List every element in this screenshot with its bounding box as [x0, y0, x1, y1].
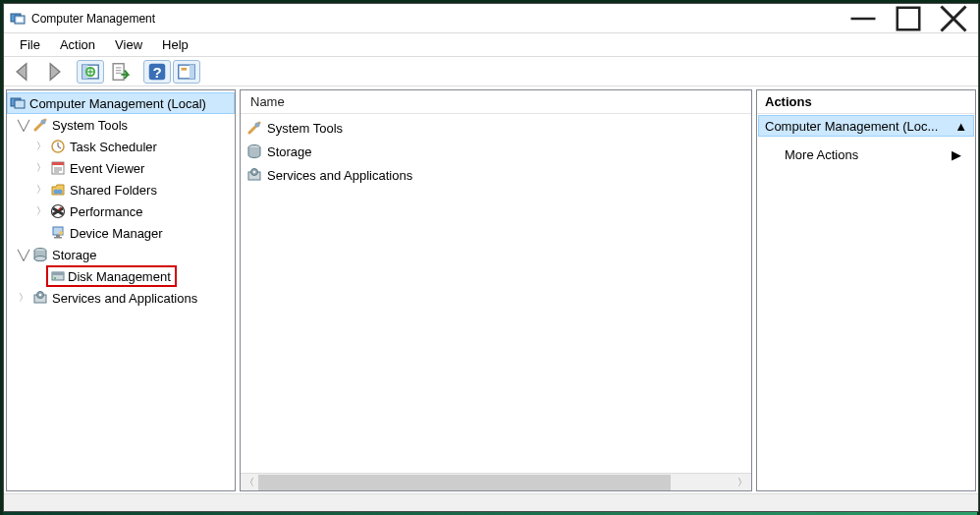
scroll-right-icon[interactable]: 〉 — [734, 474, 751, 491]
svg-rect-15 — [182, 67, 188, 70]
minimize-button[interactable] — [841, 4, 886, 33]
svg-text:?: ? — [152, 63, 161, 80]
column-header-name[interactable]: Name — [241, 90, 751, 114]
services-icon — [32, 290, 48, 306]
disk-management-icon — [50, 268, 66, 284]
scroll-left-icon[interactable]: 〈 — [241, 474, 258, 491]
forward-button[interactable] — [39, 60, 67, 84]
list-item[interactable]: Services and Applications — [241, 163, 751, 187]
tree-task-scheduler[interactable]: 〉 Task Scheduler — [7, 136, 235, 157]
content-area: Computer Management (Local) ╲╱ System To… — [4, 86, 978, 493]
shared-folders-icon — [50, 182, 66, 198]
svg-point-41 — [253, 171, 256, 174]
svg-rect-2 — [17, 18, 23, 22]
expand-icon[interactable]: 〉 — [34, 204, 48, 218]
expand-icon[interactable]: 〉 — [34, 183, 48, 197]
more-actions-label: More Actions — [785, 147, 858, 162]
storage-icon — [246, 143, 262, 159]
tree-event-viewer[interactable]: 〉 Event Viewer — [7, 157, 235, 179]
tree-system-tools[interactable]: ╲╱ System Tools — [7, 114, 235, 136]
clock-icon — [50, 139, 66, 154]
storage-icon — [32, 247, 48, 262]
export-list-button[interactable] — [106, 60, 134, 84]
list-item[interactable]: Storage — [241, 140, 751, 163]
svg-point-30 — [34, 257, 46, 261]
list-body[interactable]: System Tools Storage Services and Applic… — [241, 114, 751, 473]
console-tree[interactable]: Computer Management (Local) ╲╱ System To… — [7, 90, 235, 490]
svg-rect-17 — [15, 100, 25, 108]
tree-disk-management-label: Disk Management — [66, 269, 173, 284]
menu-bar: File Action View Help — [4, 33, 978, 57]
services-icon — [246, 167, 262, 183]
scroll-thumb[interactable] — [258, 475, 671, 490]
tree-root[interactable]: Computer Management (Local) — [7, 92, 235, 114]
more-actions[interactable]: More Actions ▶ — [757, 143, 975, 166]
maximize-button[interactable] — [886, 4, 931, 33]
menu-action[interactable]: Action — [52, 35, 103, 54]
tree-storage-label: Storage — [50, 248, 99, 262]
list-item-label: System Tools — [267, 121, 343, 136]
expand-icon[interactable]: 〉 — [34, 140, 48, 153]
menu-file[interactable]: File — [12, 35, 48, 54]
expand-icon[interactable]: 〉 — [34, 161, 48, 175]
tree-event-viewer-label: Event Viewer — [68, 161, 146, 176]
menu-help[interactable]: Help — [154, 35, 196, 54]
actions-pane: Actions Computer Management (Loc... ▲ Mo… — [756, 89, 976, 491]
tools-icon — [32, 117, 48, 133]
actions-section-header[interactable]: Computer Management (Loc... ▲ — [758, 115, 974, 137]
tree-root-label: Computer Management (Local) — [27, 96, 208, 111]
show-hide-action-pane-button[interactable] — [173, 60, 200, 84]
performance-icon — [50, 203, 66, 219]
tree-services-apps-label: Services and Applications — [50, 291, 199, 306]
menu-view[interactable]: View — [107, 35, 150, 54]
close-button[interactable] — [931, 4, 976, 33]
svg-rect-21 — [52, 162, 64, 165]
actions-section-label: Computer Management (Loc... — [765, 119, 938, 134]
event-viewer-icon — [50, 160, 66, 176]
svg-rect-14 — [190, 65, 195, 79]
chevron-right-icon: ▶ — [952, 147, 961, 162]
svg-rect-27 — [56, 235, 60, 237]
collapse-icon[interactable]: ╲╱ — [17, 250, 30, 260]
back-button[interactable] — [10, 60, 37, 84]
svg-rect-28 — [54, 237, 62, 239]
collapse-icon[interactable]: ╲╱ — [17, 120, 30, 131]
computer-management-window: Computer Management File Action View Hel… — [3, 3, 979, 512]
tree-storage[interactable]: ╲╱ Storage — [7, 244, 235, 265]
tree-shared-folders[interactable]: 〉 Shared Folders — [7, 179, 235, 200]
list-item-label: Storage — [267, 144, 312, 159]
tree-device-manager[interactable]: 〉 Device Manager — [7, 222, 235, 244]
expand-icon[interactable]: 〉 — [17, 291, 30, 305]
tree-disk-management[interactable]: Disk Management — [7, 265, 235, 287]
horizontal-scrollbar[interactable]: 〈 〉 — [241, 473, 751, 490]
tree-system-tools-label: System Tools — [50, 118, 130, 133]
status-bar — [4, 493, 978, 511]
tree-performance-label: Performance — [68, 204, 144, 219]
navigation-pane: Computer Management (Local) ╲╱ System To… — [6, 89, 236, 491]
toolbar: ? — [4, 57, 978, 86]
svg-rect-10 — [113, 63, 124, 80]
list-item[interactable]: System Tools — [241, 116, 751, 140]
svg-rect-4 — [898, 7, 920, 29]
svg-point-23 — [58, 190, 63, 195]
tools-icon — [246, 120, 262, 136]
list-item-label: Services and Applications — [267, 168, 412, 183]
svg-point-25 — [57, 210, 60, 213]
title-bar: Computer Management — [4, 4, 978, 33]
highlight-annotation: Disk Management — [46, 265, 177, 287]
scroll-track[interactable] — [258, 474, 734, 491]
computer-management-icon — [10, 95, 26, 111]
show-hide-tree-button[interactable] — [77, 60, 104, 84]
svg-rect-32 — [52, 272, 64, 275]
window-title: Computer Management — [31, 12, 841, 26]
tree-services-apps[interactable]: 〉 Services and Applications — [7, 287, 235, 309]
help-button[interactable]: ? — [143, 60, 171, 84]
tree-device-manager-label: Device Manager — [68, 226, 165, 241]
device-manager-icon — [50, 225, 66, 241]
list-pane: Name System Tools Storage Services and A… — [240, 89, 752, 491]
svg-point-36 — [39, 294, 42, 297]
svg-point-37 — [255, 123, 260, 128]
tree-performance[interactable]: 〉 Performance — [7, 200, 235, 222]
tree-task-scheduler-label: Task Scheduler — [68, 140, 159, 154]
svg-point-33 — [54, 277, 56, 279]
